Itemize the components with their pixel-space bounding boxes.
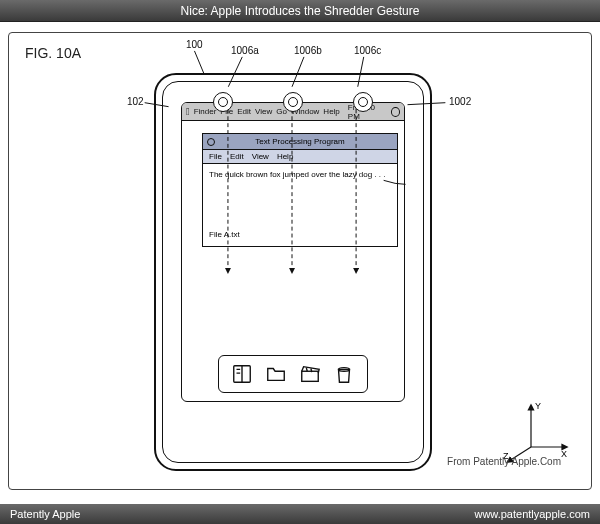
page-title: Nice: Apple Introduces the Shredder Gest…: [181, 4, 420, 18]
ref-1006a: 1006a: [231, 45, 259, 56]
touch-points: [213, 92, 373, 112]
ref-100: 100: [186, 39, 203, 50]
win-menu-file[interactable]: File: [209, 152, 222, 161]
svg-line-5: [306, 368, 307, 372]
window-titlebar[interactable]: Text Processing Program: [203, 134, 397, 150]
device-inner-outline:  Finder File Edit View Go Window Help F…: [162, 81, 424, 463]
book-icon[interactable]: [231, 363, 253, 385]
attribution: From Patently Apple.Com: [447, 456, 561, 467]
window-body[interactable]: The quick brown fox jumped over the lazy…: [203, 164, 397, 246]
clapper-icon[interactable]: [299, 363, 321, 385]
svg-line-11: [194, 51, 204, 75]
close-icon[interactable]: [207, 138, 215, 146]
page-footer: Patently Apple www.patentlyapple.com: [0, 504, 600, 524]
device-screen:  Finder File Edit View Go Window Help F…: [181, 102, 405, 402]
dock: [218, 355, 368, 393]
document-filename: File A.txt: [209, 230, 240, 240]
figure-label: FIG. 10A: [25, 45, 81, 61]
window-title: Text Processing Program: [255, 137, 344, 146]
ref-1006c: 1006c: [354, 45, 381, 56]
ref-1006b: 1006b: [294, 45, 322, 56]
axis-x-label: X: [561, 449, 567, 459]
text-editor-window[interactable]: Text Processing Program File Edit View H…: [202, 133, 398, 247]
footer-left: Patently Apple: [10, 508, 80, 520]
trash-icon[interactable]: [333, 363, 355, 385]
folder-icon[interactable]: [265, 363, 287, 385]
footer-right: www.patentlyapple.com: [474, 508, 590, 520]
window-menubar: File Edit View Help: [203, 150, 397, 164]
svg-line-6: [311, 369, 312, 373]
page-title-bar: Nice: Apple Introduces the Shredder Gest…: [0, 0, 600, 22]
ref-1002: 1002: [449, 96, 471, 107]
touch-point-a: [213, 92, 233, 112]
ref-102: 102: [127, 96, 144, 107]
axis-y-label: Y: [535, 401, 541, 411]
document-text: The quick brown fox jumped over the lazy…: [209, 170, 386, 179]
spotlight-icon[interactable]: [391, 107, 400, 117]
win-menu-view[interactable]: View: [252, 152, 269, 161]
figure-canvas: FIG. 10A 100 1006a 1006b 1006c 102 1002 …: [8, 32, 592, 490]
device-outline:  Finder File Edit View Go Window Help F…: [154, 73, 432, 471]
apple-menu-icon[interactable]: : [186, 106, 190, 117]
touch-point-b: [283, 92, 303, 112]
win-menu-edit[interactable]: Edit: [230, 152, 244, 161]
touch-point-c: [353, 92, 373, 112]
svg-rect-4: [302, 371, 319, 381]
win-menu-help[interactable]: Help: [277, 152, 293, 161]
